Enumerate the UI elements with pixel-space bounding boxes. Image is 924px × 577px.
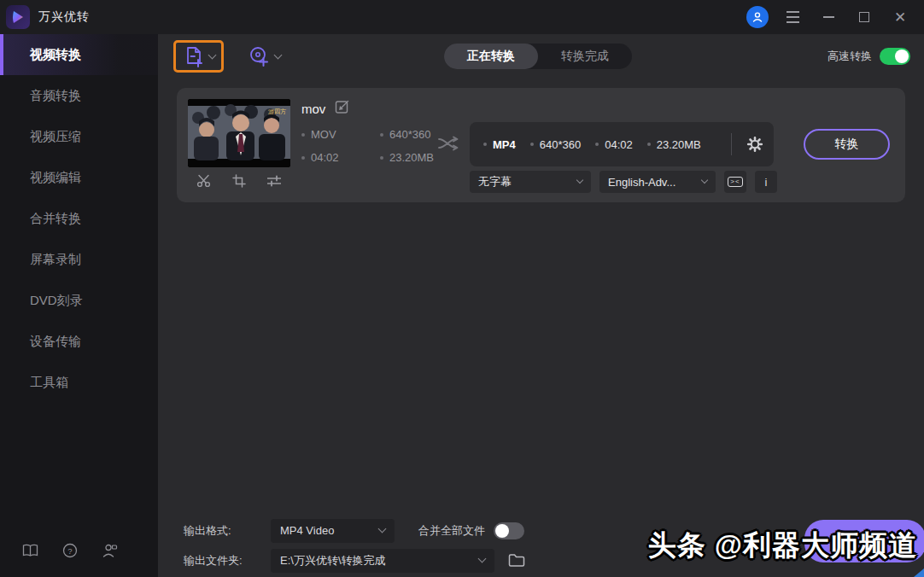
sidebar-item-label: 视频转换 [30,47,81,63]
trim-icon[interactable] [196,174,212,191]
source-info: MOV 640*360 04:02 23.20MB [301,128,434,164]
add-file-icon [184,45,204,67]
target-resolution: 640*360 [540,138,581,151]
target-format: MP4 [493,138,516,151]
subtitle-style-button[interactable]: >< [724,171,746,193]
maximize-button[interactable] [852,5,876,29]
chevron-down-icon [378,525,387,533]
target-duration: 04:02 [605,138,633,151]
target-size: 23.20MB [657,138,701,151]
rename-icon[interactable] [335,99,350,118]
add-disc-button[interactable] [248,45,281,67]
merge-all-label: 合并全部文件 [418,523,485,539]
sidebar-item-label: DVD刻录 [30,293,83,309]
convert-button[interactable]: 转换 [804,129,890,160]
sidebar-item-audio-convert[interactable]: 音频转换 [0,75,158,116]
info-icon: i [765,176,768,189]
sidebar-item-merge-convert[interactable]: 合并转换 [0,198,158,239]
audio-track-select[interactable]: English-Adv... [599,171,716,193]
sidebar-item-video-edit[interactable]: 视频编辑 [0,157,158,198]
output-folder-label: 输出文件夹: [184,553,259,568]
tab-label: 正在转换 [467,49,515,64]
task-card: 游四方 mov MOV 640*360 04:02 23.20MB MP4 64… [177,88,905,202]
source-size: 23.20MB [389,151,434,164]
output-format-select[interactable]: MP4 Video [271,519,395,543]
watermark: 头条 @利器大师频道 [648,527,917,565]
sidebar-item-video-convert[interactable]: 视频转换 [0,34,158,75]
add-disc-icon [248,45,270,67]
subtitle-select-value: 无字幕 [478,174,512,189]
subtitle-select[interactable]: 无字幕 [470,171,591,193]
effects-icon[interactable] [266,174,282,191]
tab-converting[interactable]: 正在转换 [444,44,538,69]
add-file-button[interactable] [184,45,215,67]
chevron-down-icon [701,177,708,184]
corner-decoration [914,568,924,577]
sidebar-item-label: 视频压缩 [30,129,81,145]
app-logo-icon [6,5,30,29]
audio-select-value: English-Adv... [608,176,675,189]
sidebar-item-dvd-burn[interactable]: DVD刻录 [0,280,158,321]
output-format-label: 输出格式: [184,523,259,539]
svg-text:?: ? [67,546,72,556]
tab-label: 转换完成 [561,49,609,64]
chevron-down-icon [274,50,283,59]
account-avatar[interactable] [746,6,769,28]
guide-book-icon[interactable] [22,544,38,557]
sidebar-item-label: 工具箱 [30,375,68,391]
sidebar-item-toolbox[interactable]: 工具箱 [0,362,158,403]
tab-group: 正在转换 转换完成 [444,44,632,69]
source-format: MOV [311,128,336,141]
video-thumbnail[interactable]: 游四方 [188,99,290,167]
add-file-highlight-box [173,40,224,73]
high-speed-toggle[interactable] [880,48,910,65]
subtitle-style-icon: >< [728,177,742,188]
sidebar-item-device-transfer[interactable]: 设备传输 [0,321,158,362]
app-title: 万兴优转 [38,9,90,25]
output-summary: MP4 640*360 04:02 23.20MB [470,122,774,166]
chevron-down-icon [576,177,583,184]
source-resolution: 640*360 [389,128,430,141]
merge-all-toggle[interactable] [494,522,524,539]
sidebar-item-label: 音频转换 [30,88,81,104]
watermark-text: 头条 @利器大师频道 [648,527,917,565]
crop-icon[interactable] [232,174,246,191]
sidebar-item-label: 合并转换 [30,211,81,227]
close-button[interactable]: ✕ [888,5,912,29]
minimize-button[interactable] [816,5,840,29]
sidebar: 视频转换 音频转换 视频压缩 视频编辑 合并转换 屏幕录制 DVD刻录 设备传输… [0,34,158,577]
menu-icon[interactable] [781,5,804,29]
sidebar-item-screen-record[interactable]: 屏幕录制 [0,239,158,280]
sidebar-item-label: 屏幕录制 [30,252,81,268]
titlebar: 万兴优转 ✕ [0,0,924,34]
output-folder-select[interactable]: E:\万兴优转\转换完成 [271,549,494,573]
open-folder-icon[interactable] [508,553,525,568]
source-duration: 04:02 [311,151,339,164]
contact-icon[interactable] [102,544,118,558]
app-window: 万兴优转 ✕ 视频转换 音频转换 视频压缩 视频编辑 合并转换 屏幕录制 DVD… [0,0,924,577]
info-button[interactable]: i [755,171,777,193]
chevron-down-icon [478,555,487,563]
sidebar-item-label: 设备传输 [30,334,81,350]
svg-text:游四方: 游四方 [268,108,286,115]
help-icon[interactable]: ? [62,543,78,558]
output-format-value: MP4 Video [280,524,334,537]
settings-gear-icon[interactable] [746,136,763,153]
sidebar-item-video-compress[interactable]: 视频压缩 [0,116,158,157]
sidebar-item-label: 视频编辑 [30,170,81,186]
chevron-down-icon [208,50,217,59]
convert-button-label: 转换 [835,137,859,152]
output-folder-value: E:\万兴优转\转换完成 [280,553,386,568]
tab-finished[interactable]: 转换完成 [538,44,632,69]
toolbar: 正在转换 转换完成 高速转换 [158,34,924,79]
convert-arrows-icon [437,134,459,156]
file-name: mov [301,102,325,116]
high-speed-label: 高速转换 [828,49,872,64]
